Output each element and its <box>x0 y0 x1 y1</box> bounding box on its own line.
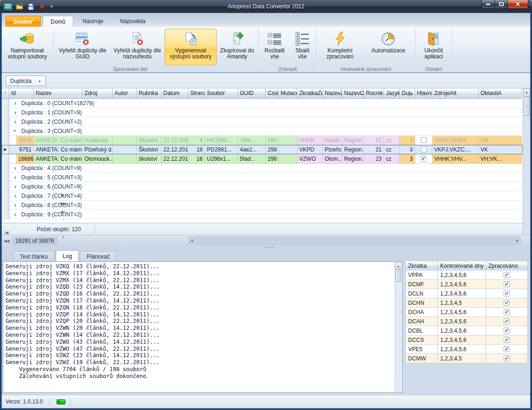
grid-cell[interactable]: 22.12.2011 <box>161 145 188 154</box>
horizontal-splitter[interactable]: •••• <box>2 246 530 249</box>
log-vertical-scrollbar[interactable]: ▲ ▼ <box>395 262 402 392</box>
grid-cell[interactable]: Hradecký ... <box>83 136 113 145</box>
tab-log[interactable]: Log <box>56 250 79 261</box>
grid-cell[interactable]: 4ae2... <box>238 145 266 154</box>
column-header-nazev[interactable]: Nazev <box>34 88 83 99</box>
group-row[interactable]: ›Duplicita : 8 (COUNT=3) <box>2 201 523 210</box>
source-row[interactable]: VPE5 1,2,3,4,5,6 ✓ <box>405 345 528 354</box>
automation-button[interactable]: Automatizace <box>362 29 414 65</box>
source-row[interactable]: DCAH 1,2,3,4,5,6 ✓ <box>405 317 528 326</box>
column-header-zkratka[interactable]: Zkratka <box>405 261 438 271</box>
column-header-zdroj[interactable]: Zdroj <box>83 88 113 99</box>
expand-group-icon[interactable]: › <box>9 211 21 218</box>
column-header-oblastia[interactable]: OblastiA <box>479 88 522 99</box>
grid-cell[interactable]: VH <box>479 136 522 145</box>
grid-cell[interactable]: Region... <box>342 136 364 145</box>
complete-processing-button[interactable]: Kompletní zpracování <box>318 29 362 65</box>
scroll-left-icon[interactable]: ◀ <box>190 239 193 243</box>
column-header-nazevzd[interactable]: NazevZd <box>323 88 342 99</box>
column-header-datum[interactable]: Datum <box>161 88 188 99</box>
column-header-dup[interactable]: Dup▲ <box>400 88 415 99</box>
grid-cell[interactable]: VH;VK... <box>479 154 522 164</box>
expand-group-icon[interactable]: › <box>9 118 21 125</box>
data-row[interactable]: ▶9751ANKETA: Co mám ...Plzeňský d...Škol… <box>2 145 523 154</box>
next-page-icon[interactable]: ▶▶ <box>58 199 67 208</box>
column-header-id[interactable]: Id <box>9 88 34 99</box>
tab-soubor[interactable]: Soubor <box>6 16 41 27</box>
column-header-zdrojealt[interactable]: ZdrojeAlt <box>432 88 479 99</box>
grid-cell[interactable]: 3 <box>400 145 415 154</box>
source-row[interactable]: DCCS 1,2,3,4,5,6 ✓ <box>405 335 528 345</box>
grid-cell[interactable] <box>113 136 137 145</box>
grid-cell[interactable]: 16 <box>188 154 205 164</box>
tab-napoveda[interactable]: Nápověda <box>113 16 153 27</box>
expand-group-icon[interactable]: › <box>9 174 21 181</box>
tab-domu[interactable]: Domů <box>43 16 73 27</box>
grid-cell[interactable]: 18 <box>188 145 205 154</box>
collapse-all-button[interactable]: Sbalit vše <box>289 29 315 65</box>
grid-cell[interactable]: Plzeňský d... <box>83 145 113 154</box>
column-header-kontrolovane-dny[interactable]: Kontrolované dny <box>438 261 486 271</box>
expand-group-icon[interactable]: › <box>9 100 21 107</box>
grid-cell[interactable]: ANKETA: Co mám ... <box>34 136 83 145</box>
zpracovano-checkbox[interactable]: ✓ <box>504 328 510 334</box>
column-header-jazyk[interactable]: Jazyk <box>384 88 400 99</box>
expand-group-icon[interactable]: › <box>9 192 21 199</box>
expand-all-button[interactable]: Rozbalit vše <box>260 29 289 65</box>
source-row[interactable]: DCMF 1,2,3,4,5,6 ✓ <box>405 280 528 289</box>
group-row[interactable]: ›Duplicita : 2 (COUNT=2) <box>2 117 523 126</box>
zpracovano-checkbox[interactable]: ✓ <box>504 290 510 296</box>
grid-cell[interactable]: VHHK;VHV... <box>432 154 479 164</box>
grid-cell[interactable]: školství <box>137 154 161 164</box>
grid-cell[interactable]: 298 <box>266 136 279 145</box>
tab-nastroje[interactable]: Nástroje <box>75 16 111 27</box>
grid-cell[interactable]: 16686 <box>16 154 34 164</box>
grid-cell[interactable]: VKPD <box>297 145 323 154</box>
zpracovano-checkbox[interactable]: ✓ <box>504 309 510 315</box>
data-row[interactable]: 16686ANKETA: Co mám ...Olomouck...školst… <box>2 154 523 164</box>
grid-cell[interactable]: 298 <box>266 154 279 164</box>
grid-cell[interactable]: Školství <box>137 136 161 145</box>
scroll-up-icon[interactable]: ▲ <box>395 262 402 270</box>
column-header-zkratkazd[interactable]: ZkratkaZd <box>297 88 323 99</box>
grid-cell[interactable]: 22.12.2011 <box>161 136 188 145</box>
zpracovano-checkbox[interactable]: ✓ <box>504 318 510 324</box>
grid-cell[interactable]: ANKETA: Co mám ... <box>34 145 83 154</box>
hlavni-checkbox[interactable] <box>421 146 427 152</box>
grid-cell[interactable] <box>279 145 297 154</box>
grid-cell[interactable]: VKPJ;VKZC;... <box>432 145 479 154</box>
group-row[interactable]: ›Duplicita : 1 (COUNT=9) <box>2 108 523 117</box>
column-header-hlavni[interactable]: Hlavni <box>415 88 432 99</box>
column-header-guid[interactable]: GUID <box>238 88 266 99</box>
group-row[interactable]: ›Duplicita : 3 (COUNT=3) <box>2 126 523 136</box>
group-row[interactable]: ›Duplicita : 9 (COUNT=2) <box>2 210 523 219</box>
column-header-cislo[interactable]: Cislo <box>266 88 279 99</box>
grid-cell[interactable]: VHHK <box>297 136 323 145</box>
column-header-rocnik[interactable]: Rocnik <box>364 88 384 99</box>
source-row[interactable]: DCHA 1,2,3,4,5,6 ✓ <box>405 308 528 317</box>
group-row[interactable]: ›Duplicita : 6 (COUNT=9) <box>2 182 523 191</box>
column-header-mutace[interactable]: Mutace <box>279 88 297 99</box>
expand-group-icon[interactable]: › <box>9 109 21 116</box>
group-row[interactable]: ›Duplicita : 7 (COUNT=4) <box>2 191 523 201</box>
source-row[interactable]: VPPA 1,2,3,4,5,6 ✓ <box>405 271 528 280</box>
collapse-group-icon[interactable]: › <box>12 128 19 134</box>
hlavni-checkbox[interactable]: ✓ <box>421 156 427 162</box>
edit-icon[interactable]: ▲ <box>58 233 67 241</box>
grid-cell[interactable] <box>279 154 297 164</box>
grid-cell[interactable]: cz <box>384 145 400 154</box>
grid-cell[interactable] <box>113 145 137 154</box>
grid-cell[interactable]: PD2981... <box>205 145 238 154</box>
first-record-icon[interactable]: |◀ <box>2 228 11 237</box>
grid-cell[interactable]: Hrade... <box>323 136 342 145</box>
grid-cell[interactable]: Olomouck... <box>83 154 113 164</box>
source-row[interactable]: DCBL 1,2,3,4,5,6 ✓ <box>405 326 528 335</box>
expand-group-icon[interactable]: › <box>9 183 21 190</box>
next-record-icon[interactable]: ▶ <box>58 191 67 199</box>
group-row[interactable]: ›Duplicita : 0 (COUNT=16278) <box>2 99 523 108</box>
column-header-nazevob[interactable]: NazevOb <box>342 88 364 99</box>
grid-vertical-scrollbar[interactable]: ▲ ≡ ▼ <box>523 88 530 235</box>
group-row[interactable]: ›Duplicita : 4 (COUNT=9) <box>2 164 523 173</box>
zpracovano-checkbox[interactable]: ✓ <box>504 355 510 361</box>
maximize-button[interactable] <box>494 0 508 9</box>
